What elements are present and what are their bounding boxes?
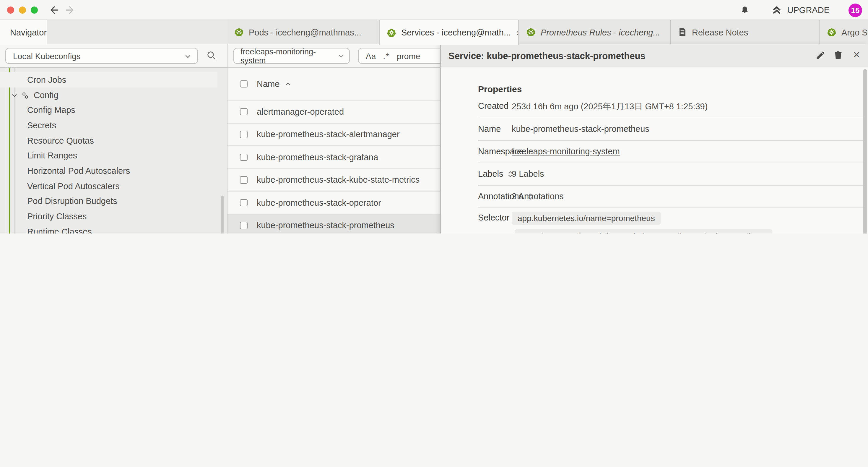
table-row[interactable]: kube-prometheus-stack-alertmanager — [227, 123, 441, 146]
navigator-tab-label: Navigator — [10, 28, 47, 37]
table-row[interactable]: alertmanager-operated — [227, 100, 441, 123]
tab-label: Release Notes — [692, 28, 748, 37]
sidebar-item-resource-quotas[interactable]: Resource Quotas — [0, 133, 217, 148]
namespace-filter-value: freeleaps-monitoring-system — [241, 47, 338, 65]
chevron-down-icon — [338, 53, 344, 59]
namespace-filter[interactable]: freeleaps-monitoring-system — [234, 48, 350, 64]
namespace-row: Namespace freeleaps-monitoring-system — [478, 141, 863, 163]
sidebar-item-config[interactable]: Config — [0, 87, 217, 103]
row-checkbox[interactable] — [240, 153, 247, 161]
app-window: UPGRADE 15 Navigator Pods - icecheng@mat… — [0, 0, 868, 233]
selector-chip: app.kubernetes.io/name=prometheus — [512, 212, 661, 225]
selector-row: Selector app.kubernetes.io/name=promethe… — [478, 208, 863, 233]
notification-badge[interactable]: 15 — [848, 3, 862, 17]
sidebar-scrollbar[interactable] — [221, 196, 224, 233]
labels-row: Labels 9 Labels — [478, 163, 863, 185]
chevron-down-icon — [184, 52, 191, 59]
sidebar-item-priority-classes[interactable]: Priority Classes — [0, 209, 217, 224]
table-row[interactable]: kube-prometheus-stack-grafana — [227, 146, 441, 169]
sidebar-item-pod-disruption-budgets[interactable]: Pod Disruption Budgets — [0, 193, 217, 209]
kubernetes-icon — [235, 28, 243, 37]
select-all-checkbox[interactable] — [240, 80, 247, 88]
kubernetes-icon — [526, 28, 535, 37]
row-checkbox[interactable] — [240, 108, 247, 115]
kubeconfig-band: Local Kubeconfigs — [0, 44, 227, 68]
list-toolbar: freeleaps-monitoring-system Aa .* prome — [227, 44, 441, 68]
edit-pencil-icon[interactable] — [815, 50, 826, 60]
table-header: Name — [227, 68, 441, 100]
list-search-input[interactable]: Aa .* prome — [358, 48, 441, 64]
match-case-toggle[interactable]: Aa — [366, 51, 376, 61]
tab-strip: Navigator Pods - icecheng@mathmas... Ser… — [0, 20, 868, 44]
back-icon[interactable] — [47, 4, 59, 16]
kubeconfig-selector-value: Local Kubeconfigs — [13, 51, 81, 61]
chevron-down-icon — [11, 92, 18, 98]
upgrade-icon[interactable] — [771, 5, 783, 15]
kubeconfig-selector[interactable]: Local Kubeconfigs — [5, 48, 198, 64]
tab-label: Services - icecheng@math... — [401, 28, 511, 37]
search-value: prome — [397, 51, 420, 61]
panel-scrollbar[interactable] — [863, 69, 867, 233]
row-checkbox[interactable] — [240, 130, 247, 138]
table-row[interactable]: kube-prometheus-stack-kube-state-metrics — [227, 169, 441, 192]
sidebar-item-config-maps[interactable]: Config Maps — [0, 102, 217, 118]
row-checkbox[interactable] — [240, 176, 247, 183]
tab-pods[interactable]: Pods - icecheng@mathmas... — [227, 20, 376, 44]
tab-label: Prometheus Rules - icecheng... — [541, 28, 660, 37]
kubernetes-icon — [387, 28, 396, 37]
tab-label: Pods - icecheng@mathmas... — [249, 28, 361, 37]
close-tab-icon[interactable]: × — [516, 28, 519, 37]
tab-label: Argo Se — [841, 28, 868, 37]
detail-panel-title: Service: kube-prometheus-stack-prometheu… — [448, 44, 646, 67]
annotations-row: Annotations 2 Annotations — [478, 185, 863, 208]
tab-services[interactable]: Services - icecheng@math... × — [379, 20, 519, 45]
table-row-selected[interactable]: kube-prometheus-stack-prometheus — [227, 214, 441, 233]
tab-argo[interactable]: Argo Se — [820, 20, 868, 44]
forward-icon[interactable] — [65, 4, 77, 16]
sidebar-item-cron-jobs[interactable]: Cron Jobs — [0, 72, 217, 87]
properties-section-heading: Properties — [478, 84, 522, 94]
maximize-traffic-light[interactable] — [31, 6, 38, 13]
service-detail-panel: Service: kube-prometheus-stack-prometheu… — [440, 44, 868, 233]
navigator-sidebar: Local Kubeconfigs Cron Jobs — [0, 44, 227, 233]
close-panel-icon[interactable]: × — [853, 49, 860, 61]
resource-tree: Cron Jobs Config Config Maps Secrets Res… — [0, 68, 227, 233]
sidebar-item-limit-ranges[interactable]: Limit Ranges — [0, 148, 217, 163]
window-titlebar: UPGRADE 15 — [0, 0, 868, 20]
tab-prometheus-rules[interactable]: Prometheus Rules - icecheng... — [519, 20, 671, 44]
bell-icon[interactable] — [740, 5, 750, 15]
gears-icon — [21, 91, 30, 99]
created-row: Created 253d 16h 6m ago (2025年1月13日 GMT+… — [478, 95, 863, 118]
close-traffic-light[interactable] — [7, 6, 14, 13]
kubernetes-icon — [827, 28, 836, 37]
search-icon[interactable] — [206, 50, 217, 61]
detail-panel-header: Service: kube-prometheus-stack-prometheu… — [441, 44, 868, 67]
sidebar-item-secrets[interactable]: Secrets — [0, 118, 217, 133]
sort-ascending-icon[interactable] — [285, 81, 291, 87]
row-checkbox[interactable] — [240, 199, 247, 206]
upgrade-label[interactable]: UPGRADE — [787, 5, 830, 15]
namespace-link[interactable]: freeleaps-monitoring-system — [512, 147, 620, 156]
minimize-traffic-light[interactable] — [19, 6, 26, 13]
name-column-header[interactable]: Name — [257, 79, 279, 89]
tab-navigator[interactable]: Navigator — [0, 20, 47, 45]
regex-toggle[interactable]: .* — [383, 51, 390, 61]
selector-chip: operator.prometheus.io/name=kube-prometh… — [515, 229, 772, 233]
row-checkbox[interactable] — [240, 222, 247, 229]
tab-release-notes[interactable]: Release Notes — [671, 20, 819, 44]
name-row: Name kube-prometheus-stack-prometheus — [478, 118, 863, 141]
sidebar-item-vertical-pod-autoscalers[interactable]: Vertical Pod Autoscalers — [0, 178, 217, 194]
sidebar-item-horizontal-pod-autoscalers[interactable]: Horizontal Pod Autoscalers — [0, 163, 217, 178]
services-list-panel: freeleaps-monitoring-system Aa .* prome … — [227, 44, 441, 233]
delete-trash-icon[interactable] — [833, 50, 843, 60]
table-row[interactable]: kube-prometheus-stack-operator — [227, 192, 441, 214]
sidebar-item-runtime-classes[interactable]: Runtime Classes — [0, 224, 217, 233]
document-icon — [678, 28, 687, 37]
